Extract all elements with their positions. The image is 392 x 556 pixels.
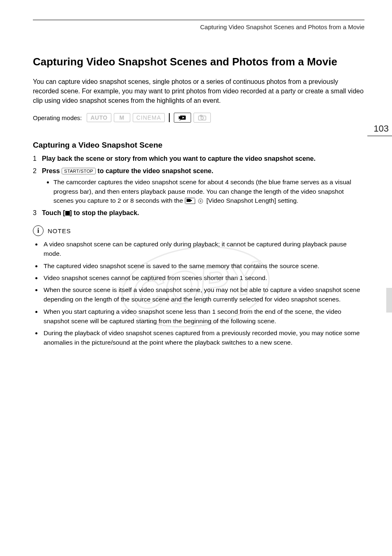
info-icon: i — [33, 225, 44, 236]
step-2-post: to capture the video snapshot scene. — [96, 167, 213, 174]
page-title: Capturing Video Snapshot Scenes and Phot… — [33, 55, 364, 69]
playback-movie-mode-icon — [174, 113, 191, 123]
notes-label: NOTES — [48, 227, 71, 234]
mode-auto: AUTO — [87, 113, 111, 122]
step-2-sub-post: [Video Snapshot Length] setting. — [206, 197, 298, 204]
step-3-pre: Touch [ — [42, 209, 65, 216]
svg-marker-8 — [200, 200, 202, 202]
operating-modes-row: Operating modes: AUTO M CINEMA — [33, 113, 364, 123]
step-2-pre: Press — [42, 167, 62, 174]
step-3: Touch [] to stop the playback. — [33, 208, 364, 218]
steps-list: Play back the scene or story from which … — [33, 154, 364, 218]
svg-rect-5 — [187, 199, 191, 202]
step-3-post: ] to stop the playback. — [70, 209, 139, 216]
step-2-sub: The camcorder captures the video snapsho… — [53, 178, 364, 206]
step-1: Play back the scene or story from which … — [33, 154, 364, 164]
note-item: The captured video snapshot scene is sav… — [42, 261, 364, 271]
section-heading: Capturing a Video Snapshot Scene — [33, 141, 364, 150]
chevron-right-icon — [198, 197, 203, 206]
page-number-block: 103 — [364, 123, 392, 136]
top-rule — [33, 20, 364, 20]
step-2: Press START/STOP to capture the video sn… — [33, 166, 364, 206]
intro-paragraph: You can capture video snapshot scenes, s… — [33, 77, 364, 106]
operating-modes-label: Operating modes: — [33, 114, 82, 121]
running-head: Capturing Video Snapshot Scenes and Phot… — [33, 23, 364, 30]
playback-photo-mode-icon — [194, 113, 211, 123]
mode-m: M — [114, 113, 130, 122]
svg-rect-6 — [191, 200, 192, 201]
page: Capturing Video Snapshot Scenes and Phot… — [0, 0, 392, 556]
stop-icon — [65, 211, 70, 215]
menu-screen-icon — [185, 198, 195, 204]
note-item: When you start capturing a video snapsho… — [42, 307, 364, 326]
note-item: When the source scene is itself a video … — [42, 285, 364, 304]
notes-header: i NOTES — [33, 225, 364, 236]
thumb-tab — [386, 288, 392, 313]
note-item: During the playback of video snapshot sc… — [42, 328, 364, 348]
page-number-rule — [367, 136, 392, 136]
start-stop-key: START/STOP — [62, 168, 96, 174]
page-number: 103 — [364, 123, 392, 134]
note-item: Video snapshot scenes cannot be captured… — [42, 273, 364, 283]
mode-separator — [169, 113, 170, 122]
note-item: A video snapshot scene can be captured o… — [42, 239, 364, 259]
notes-list: A video snapshot scene can be captured o… — [33, 239, 364, 348]
mode-cinema: CINEMA — [133, 113, 165, 122]
svg-point-4 — [201, 117, 203, 119]
step-2-sublist: The camcorder captures the video snapsho… — [42, 178, 364, 206]
step-1-text: Play back the scene or story from which … — [42, 155, 316, 162]
